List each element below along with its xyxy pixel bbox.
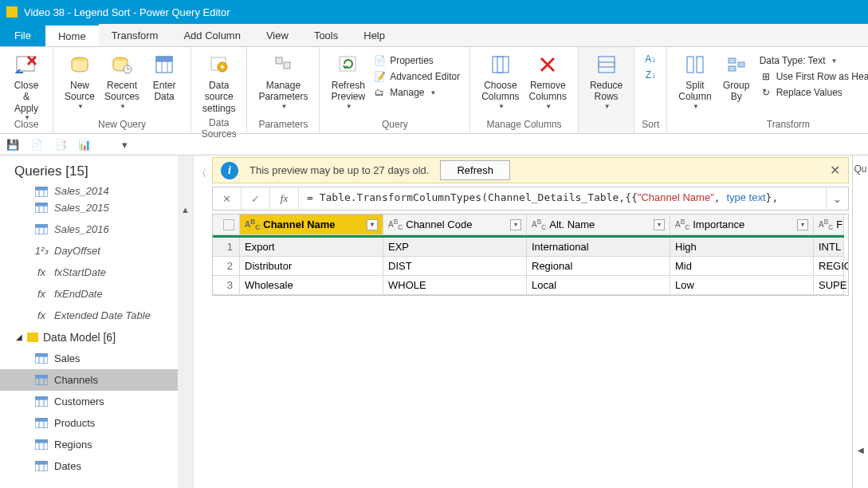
refresh-button[interactable]: Refresh [440,160,510,180]
close-apply-button[interactable]: Close & Apply ▼ [6,50,46,124]
choose-columns-button[interactable]: Choose Columns▼ [477,50,524,112]
data-cell[interactable]: High [670,238,814,257]
editor-icon: 📝 [373,71,386,82]
data-cell[interactable]: Wholesale [240,276,383,295]
row-number[interactable]: 3 [213,276,240,295]
refresh-preview-button[interactable]: Refresh Preview▼ [326,50,370,112]
menu-transform[interactable]: Transform [99,24,171,46]
column-filter-button[interactable]: ▾ [797,219,808,230]
menu-tools[interactable]: Tools [301,24,351,46]
close-icon[interactable]: ✕ [830,163,840,178]
save-icon[interactable]: 💾 [6,138,19,151]
data-cell[interactable]: Distributor [240,257,383,276]
data-cell[interactable]: REGIO [814,257,844,276]
remove-columns-button[interactable]: Remove Columns▼ [524,50,571,112]
data-type-button[interactable]: Data Type: Text▼ [756,53,868,68]
query-item[interactable]: 1²₃DayOffset [0,240,178,262]
enter-data-button[interactable]: Enter Data [144,50,184,104]
row-number[interactable]: 2 [213,257,240,276]
table-icon [35,418,48,429]
query-group[interactable]: ◢Data Model [6] [0,326,178,348]
data-cell[interactable]: DIST [383,257,527,276]
row-number[interactable]: 1 [213,238,240,257]
query-item[interactable]: Products [0,412,178,434]
first-row-headers-button[interactable]: ⊞Use First Row as Headers▼ [756,69,868,84]
right-panel-collapsed[interactable]: Qu ◀ [852,155,868,488]
ribbon-group-manage-columns: Choose Columns▼ Remove Columns▼ Manage C… [470,47,579,133]
query-item[interactable]: Sales [0,348,178,369]
properties-button[interactable]: 📄Properties [370,53,463,68]
sort-asc-button[interactable]: A↓ [641,52,660,66]
column-header[interactable]: ABCChannel Name▾ [240,214,383,235]
data-source-settings-button[interactable]: Data source settings [198,50,240,116]
qat-icon-4[interactable]: 📊 [78,138,91,151]
data-cell[interactable]: International [527,238,670,257]
data-cell[interactable]: Mid [670,257,814,276]
query-item[interactable]: fxfxStartDate [0,262,178,283]
formula-accept-button[interactable]: ✓ [242,187,270,210]
menu-view[interactable]: View [253,24,301,46]
type-text-icon: ABC [532,218,546,231]
type-text-icon: ABC [245,218,260,231]
properties-icon: 📄 [373,55,386,66]
column-header[interactable]: ABCAlt. Name▾ [527,214,670,235]
menu-help[interactable]: Help [351,24,398,46]
query-item[interactable]: Sales_2015 [0,197,178,218]
reduce-rows-button[interactable]: Reduce Rows▼ [585,50,627,112]
qat-dropdown-icon[interactable]: ▾ [118,138,131,151]
column-filter-button[interactable]: ▾ [510,219,521,230]
advanced-editor-button[interactable]: 📝Advanced Editor [370,69,463,84]
query-item[interactable]: fxExtended Date Table [0,305,178,326]
sidebar-collapse[interactable]: 〈 [193,155,209,488]
sort-desc-button[interactable]: Z↓ [641,68,660,82]
data-cell[interactable]: EXP [383,238,527,257]
column-header[interactable]: ABCImportance▾ [670,214,814,235]
menu-home[interactable]: Home [45,24,99,46]
query-item[interactable]: fxfxEndDate [0,283,178,305]
ribbon-group-label: Transform [674,117,868,132]
data-cell[interactable]: Local [527,276,670,295]
grid-corner[interactable] [213,214,240,235]
data-cell[interactable]: Regional [527,257,670,276]
query-item[interactable]: Sales_2016 [0,218,178,240]
query-item[interactable]: Sales_2014 [0,186,178,197]
data-cell[interactable]: Low [670,276,814,295]
sidebar-scrollbar[interactable]: ▲ [178,155,193,488]
formula-input[interactable]: = Table.TransformColumnTypes(Channel_Det… [299,187,826,210]
group-by-button[interactable]: Group By [717,50,756,104]
scroll-up-icon[interactable]: ▲ [181,205,190,214]
replace-values-button[interactable]: ↻Replace Values [756,85,868,100]
query-item[interactable]: Dates [0,455,178,477]
formula-cancel-button[interactable]: ✕ [213,187,242,210]
svg-rect-18 [687,57,693,73]
data-cell[interactable]: INTL [814,238,844,257]
query-item[interactable]: Channels [0,369,178,391]
column-filter-button[interactable]: ▾ [367,219,378,230]
fx-icon[interactable]: fx [270,187,299,210]
qat-icon-2[interactable]: 📄 [30,138,43,151]
query-item[interactable]: Customers [0,391,178,412]
qat-icon-3[interactable]: 📑 [54,138,67,151]
column-header[interactable]: ABCChannel Code▾ [383,214,527,235]
column-filter-button[interactable]: ▾ [654,219,665,230]
menu-add-column[interactable]: Add Column [171,24,253,46]
menu-file[interactable]: File [0,24,45,46]
data-cell[interactable]: Export [240,238,383,257]
column-header[interactable]: ABCF [814,214,844,235]
query-item-label: fxStartDate [54,266,106,278]
manage-parameters-button[interactable]: Manage Parameters▼ [253,50,312,112]
recent-sources-button[interactable]: Recent Sources▼ [100,50,144,112]
query-item-label: fxEndDate [54,288,103,300]
column-name: Importance [693,218,744,230]
svg-rect-28 [35,203,48,206]
query-item[interactable]: Regions [0,434,178,455]
split-column-button[interactable]: Split Column▼ [674,50,716,112]
formula-expand-button[interactable]: ⌄ [826,187,848,210]
data-cell[interactable]: WHOLE [383,276,527,295]
headers-icon: ⊞ [760,71,772,82]
svg-rect-15 [497,57,503,73]
data-cell[interactable]: SUPE [814,276,844,295]
enter-data-icon [151,52,177,77]
new-source-button[interactable]: New Source▼ [60,50,100,112]
manage-button[interactable]: 🗂Manage▼ [370,85,463,100]
